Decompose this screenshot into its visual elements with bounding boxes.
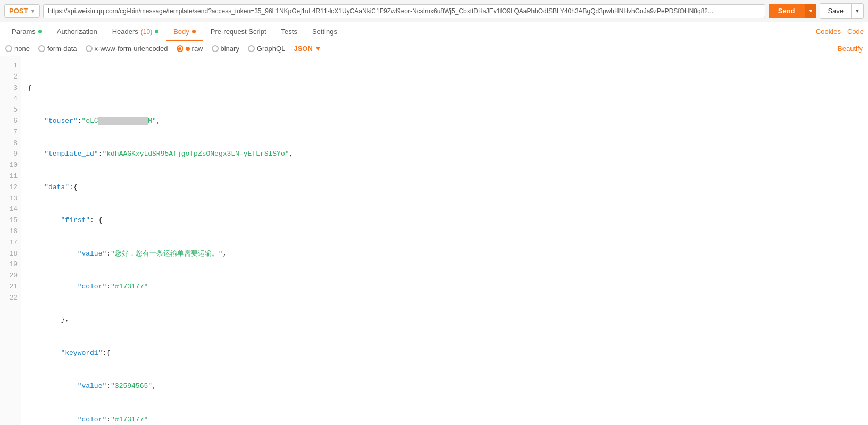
request-code-content[interactable]: { "touser":"oLC████████████M", "template… xyxy=(21,56,868,425)
method-label: POST xyxy=(9,7,28,15)
authorization-label: Authorization xyxy=(57,28,97,36)
headers-count: (10) xyxy=(141,28,152,36)
send-dropdown-button[interactable]: ▼ xyxy=(805,4,817,18)
url-bar: POST ▼ Send ▼ Save ▼ xyxy=(0,0,868,22)
code-link[interactable]: Code xyxy=(847,22,864,41)
save-button-group: Save ▼ xyxy=(820,3,864,19)
tab-settings[interactable]: Settings xyxy=(305,22,345,41)
tab-tests[interactable]: Tests xyxy=(274,22,305,41)
radio-binary-circle xyxy=(212,45,219,52)
request-code-area: 12345 678910 1112131415 1617181920 2122 … xyxy=(0,56,868,425)
tests-label: Tests xyxy=(281,28,297,36)
beautify-area: Beautify xyxy=(838,45,863,53)
settings-label: Settings xyxy=(312,28,337,36)
radio-urlencoded[interactable]: x-www-form-urlencoded xyxy=(86,45,168,53)
radio-none[interactable]: none xyxy=(5,45,30,53)
radio-json-label: JSON ▼ xyxy=(294,45,321,53)
tab-right-links: Cookies Code xyxy=(816,22,864,41)
tab-pre-request[interactable]: Pre-request Script xyxy=(203,22,274,41)
radio-graphql[interactable]: GraphQL xyxy=(248,45,285,53)
headers-label: Headers xyxy=(112,28,138,36)
send-button[interactable]: Send xyxy=(769,4,805,18)
params-label: Params xyxy=(12,28,36,36)
radio-none-label: none xyxy=(14,45,30,53)
radio-urlencoded-label: x-www-form-urlencoded xyxy=(95,45,168,53)
radio-raw-label: raw xyxy=(192,45,203,53)
cookies-link[interactable]: Cookies xyxy=(816,22,841,41)
pre-request-label: Pre-request Script xyxy=(211,28,266,36)
save-dropdown-button[interactable]: ▼ xyxy=(851,4,863,18)
radio-raw-circle xyxy=(177,45,183,52)
raw-dot xyxy=(186,47,190,51)
send-button-group: Send ▼ xyxy=(769,4,817,18)
body-options-bar: none form-data x-www-form-urlencoded raw… xyxy=(0,41,868,56)
radio-raw[interactable]: raw xyxy=(177,45,203,53)
method-arrow-icon: ▼ xyxy=(30,8,35,14)
radio-form-data-circle xyxy=(38,45,45,52)
body-label: Body xyxy=(173,28,189,36)
save-button[interactable]: Save xyxy=(820,4,851,18)
radio-form-data[interactable]: form-data xyxy=(38,45,77,53)
params-dot xyxy=(38,30,42,33)
radio-binary-label: binary xyxy=(221,45,239,53)
tab-authorization[interactable]: Authorization xyxy=(49,22,105,41)
radio-none-circle xyxy=(5,45,12,52)
headers-dot xyxy=(155,30,158,33)
radio-binary[interactable]: binary xyxy=(212,45,239,53)
radio-graphql-circle xyxy=(248,45,255,52)
radio-json[interactable]: JSON ▼ xyxy=(294,45,321,53)
request-line-numbers: 12345 678910 1112131415 1617181920 2122 xyxy=(0,56,21,425)
radio-form-data-label: form-data xyxy=(47,45,77,53)
body-dot xyxy=(192,30,196,33)
radio-graphql-label: GraphQL xyxy=(257,45,285,53)
beautify-button[interactable]: Beautify xyxy=(838,45,863,53)
radio-urlencoded-circle xyxy=(86,45,93,52)
tab-params[interactable]: Params xyxy=(4,22,49,41)
method-select[interactable]: POST ▼ xyxy=(4,4,40,18)
url-input[interactable] xyxy=(43,4,765,18)
tab-body[interactable]: Body xyxy=(166,22,203,41)
tab-headers[interactable]: Headers (10) xyxy=(105,22,166,41)
request-tab-bar: Params Authorization Headers (10) Body P… xyxy=(0,22,868,41)
